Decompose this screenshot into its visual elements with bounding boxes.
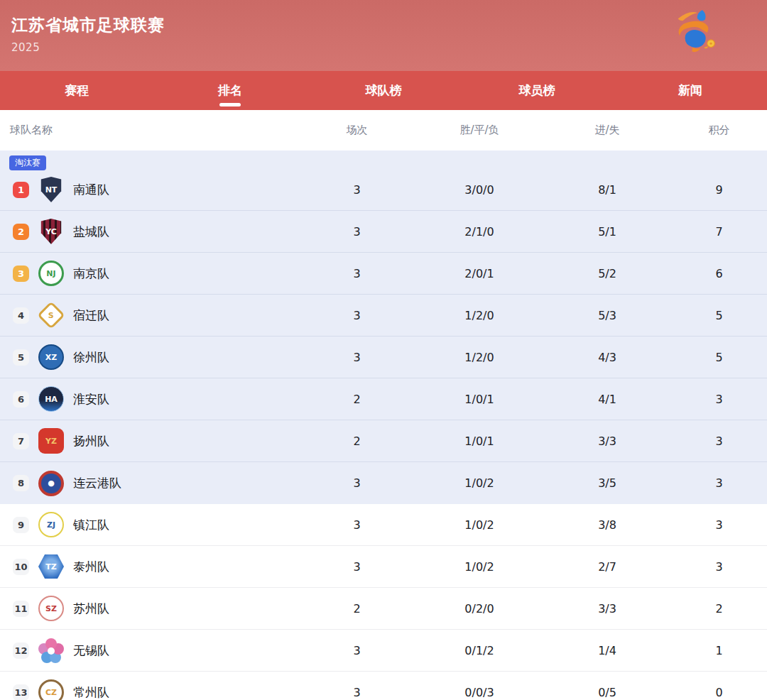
knockout-zone: 淘汰赛 1 NT 南通队 3 3/0/0 8/1 9 2 YC 盐城队 3 2/… [0,151,767,504]
matches-cell: 3 [298,686,415,699]
points-cell: 9 [671,183,767,197]
team-name: 淮安队 [73,391,109,408]
team-logo-icon: CZ [38,679,64,700]
tab-label: 赛程 [65,82,89,99]
team-cell: 2 YC 盐城队 [0,219,298,244]
column-header-points: 积分 [671,124,767,137]
nav-tabs: 赛程排名球队榜球员榜新闻 [0,71,767,110]
standings-row[interactable]: 4 S 宿迁队 3 1/2/0 5/3 5 [0,295,767,337]
goals-cell: 1/4 [543,644,671,657]
knockout-badge-row: 淘汰赛 [0,151,767,169]
team-cell: 10 TZ 泰州队 [0,554,298,579]
matches-cell: 3 [298,644,415,657]
points-cell: 7 [671,225,767,239]
page-title: 江苏省城市足球联赛 [11,14,756,36]
matches-cell: 3 [298,309,415,322]
matches-cell: 3 [298,351,415,364]
wdl-cell: 1/0/1 [415,434,543,448]
goals-cell: 2/7 [543,560,671,574]
tab-news[interactable]: 新闻 [614,71,767,110]
wdl-cell: 3/0/0 [415,183,543,197]
standings-row[interactable]: 12 无锡队 3 0/1/2 1/4 1 [0,630,767,672]
standings-row[interactable]: 5 XZ 徐州队 3 1/2/0 4/3 5 [0,337,767,378]
standings-row[interactable]: 8 ● 连云港队 3 1/0/2 3/5 3 [0,462,767,504]
team-cell: 5 XZ 徐州队 [0,344,298,370]
team-logo-icon [38,638,64,663]
rank-badge: 4 [13,307,29,324]
team-logo-icon: S [38,302,64,328]
goals-cell: 3/8 [543,518,671,532]
wdl-cell: 0/1/2 [415,644,543,657]
standings-row[interactable]: 11 SZ 苏州队 2 0/2/0 3/3 2 [0,588,767,630]
rank-badge: 13 [13,684,29,700]
standings-row[interactable]: 13 CZ 常州队 3 0/0/3 0/5 0 [0,672,767,700]
team-name: 连云港队 [73,475,121,491]
goals-cell: 5/2 [543,267,671,280]
goals-cell: 4/3 [543,351,671,364]
wdl-cell: 2/1/0 [415,225,543,239]
team-logo-icon: XZ [38,344,64,370]
league-logo-icon [668,6,722,60]
goals-cell: 3/5 [543,476,671,490]
standings-row[interactable]: 6 HA 淮安队 2 1/0/1 4/1 3 [0,378,767,420]
wdl-cell: 0/0/3 [415,686,543,699]
tab-team-board[interactable]: 球队榜 [307,71,460,110]
points-cell: 2 [671,602,767,616]
goals-cell: 3/3 [543,602,671,616]
table-header: 球队名称 场次 胜/平/负 进/失 积分 [0,110,767,151]
wdl-cell: 1/0/2 [415,560,543,574]
standings-row[interactable]: 10 TZ 泰州队 3 1/0/2 2/7 3 [0,546,767,588]
standings-row[interactable]: 7 YZ 扬州队 2 1/0/1 3/3 3 [0,420,767,462]
standings-row[interactable]: 1 NT 南通队 3 3/0/0 8/1 9 [0,169,767,211]
team-logo-icon: ZJ [38,512,64,537]
wdl-cell: 1/0/2 [415,518,543,532]
team-name: 南通队 [73,182,109,198]
rank-badge: 5 [13,349,29,366]
matches-cell: 3 [298,225,415,239]
team-name: 徐州队 [73,349,109,366]
points-cell: 3 [671,393,767,406]
tab-player-board[interactable]: 球员榜 [460,71,614,110]
team-cell: 6 HA 淮安队 [0,386,298,412]
app-root: 江苏省城市足球联赛 2025 赛程排名球队榜球员榜新闻 球队名称 场次 胜/平/… [0,0,767,700]
goals-cell: 5/3 [543,309,671,322]
column-header-matches: 场次 [298,124,415,137]
matches-cell: 3 [298,518,415,532]
points-cell: 3 [671,560,767,574]
matches-cell: 3 [298,476,415,490]
wdl-cell: 1/0/1 [415,393,543,406]
points-cell: 3 [671,434,767,448]
tab-label: 排名 [218,82,242,99]
team-name: 南京队 [73,266,109,282]
goals-cell: 5/1 [543,225,671,239]
wdl-cell: 1/2/0 [415,351,543,364]
team-name: 盐城队 [73,224,109,240]
standings-row[interactable]: 3 NJ 南京队 3 2/0/1 5/2 6 [0,253,767,295]
matches-cell: 2 [298,393,415,406]
tab-ranking[interactable]: 排名 [153,71,307,110]
team-cell: 1 NT 南通队 [0,177,298,202]
points-cell: 6 [671,267,767,280]
team-logo-icon: TZ [38,554,64,579]
points-cell: 3 [671,476,767,490]
team-cell: 9 ZJ 镇江队 [0,512,298,537]
rank-badge: 7 [13,433,29,449]
regular-zone: 9 ZJ 镇江队 3 1/0/2 3/8 3 10 TZ 泰州队 3 1/0/2… [0,504,767,700]
tab-label: 球队榜 [366,82,402,99]
rank-badge: 11 [13,601,29,617]
active-tab-indicator [219,103,241,106]
team-cell: 13 CZ 常州队 [0,679,298,700]
team-name: 扬州队 [73,433,109,449]
points-cell: 0 [671,686,767,699]
standings-row[interactable]: 2 YC 盐城队 3 2/1/0 5/1 7 [0,211,767,253]
rank-badge: 6 [13,391,29,408]
goals-cell: 4/1 [543,393,671,406]
rank-badge: 9 [13,517,29,533]
standings-row[interactable]: 9 ZJ 镇江队 3 1/0/2 3/8 3 [0,504,767,546]
team-cell: 4 S 宿迁队 [0,302,298,328]
team-cell: 7 YZ 扬州队 [0,428,298,454]
team-cell: 8 ● 连云港队 [0,471,298,496]
tab-schedule[interactable]: 赛程 [0,71,153,110]
team-name: 镇江队 [73,517,109,533]
points-cell: 5 [671,309,767,322]
